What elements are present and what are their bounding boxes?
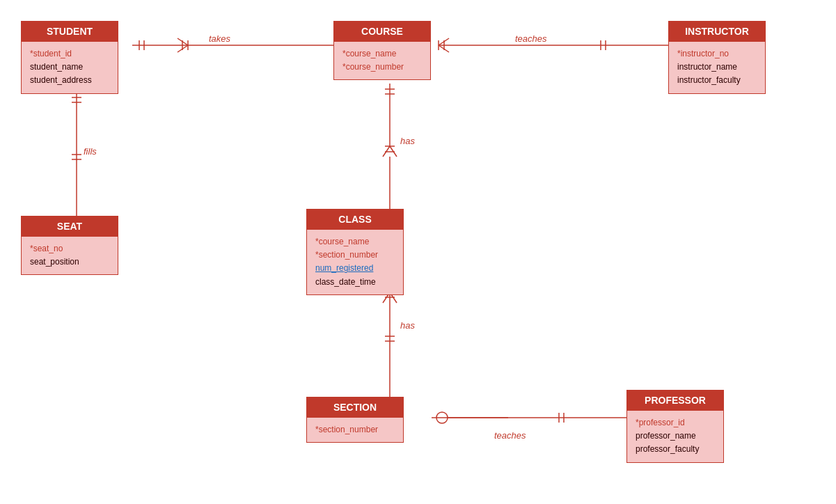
attr-student-name: student_name: [30, 61, 109, 74]
attr-professor-id: *professor_id: [636, 416, 715, 430]
entity-professor-body: *professor_id professor_name professor_f…: [626, 411, 724, 463]
entity-course: COURSE *course_name *course_number: [333, 21, 431, 80]
entity-instructor-header: INSTRUCTOR: [668, 21, 766, 42]
svg-point-39: [436, 412, 448, 423]
attr-course-name: *course_name: [342, 47, 422, 61]
entity-student: STUDENT *student_id student_name student…: [21, 21, 118, 94]
svg-line-9: [439, 38, 449, 45]
entity-professor-header: PROFESSOR: [626, 390, 724, 411]
rel-teaches-instructor: teaches: [515, 33, 547, 44]
entity-seat: SEAT *seat_no seat_position: [21, 216, 118, 275]
entity-class: CLASS *course_name *section_number num_r…: [306, 209, 404, 295]
attr-course-number: *course_number: [342, 61, 422, 74]
rel-takes: takes: [209, 33, 230, 44]
entity-student-body: *student_id student_name student_address: [21, 42, 118, 94]
entity-class-header: CLASS: [306, 209, 404, 230]
entity-seat-header: SEAT: [21, 216, 118, 237]
attr-instructor-name: instructor_name: [677, 61, 757, 74]
entity-instructor-body: *instructor_no instructor_name instructo…: [668, 42, 766, 94]
svg-line-10: [439, 45, 449, 52]
attr-student-id: *student_id: [30, 47, 109, 61]
attr-class-course-name: *course_name: [315, 235, 395, 249]
rel-has-course-class: has: [400, 136, 415, 146]
svg-line-25: [383, 146, 390, 157]
entity-section: SECTION *section_number: [306, 397, 404, 443]
svg-line-26: [390, 146, 397, 157]
rel-teaches-section: teaches: [494, 430, 526, 441]
entity-instructor: INSTRUCTOR *instructor_no instructor_nam…: [668, 21, 766, 94]
attr-student-address: student_address: [30, 74, 109, 87]
attr-class-section-number: *section_number: [315, 249, 395, 262]
entity-section-header: SECTION: [306, 397, 404, 418]
attr-instructor-faculty: instructor_faculty: [677, 74, 757, 87]
entity-course-body: *course_name *course_number: [333, 42, 431, 80]
rel-fills: fills: [84, 146, 97, 157]
entity-class-body: *course_name *section_number num_registe…: [306, 230, 404, 295]
attr-professor-faculty: professor_faculty: [636, 443, 715, 456]
entity-section-body: *section_number: [306, 418, 404, 443]
attr-section-number: *section_number: [315, 423, 395, 436]
svg-line-3: [178, 38, 188, 45]
attr-class-date-time: class_date_time: [315, 276, 395, 289]
attr-professor-name: professor_name: [636, 430, 715, 443]
attr-class-num-registered: num_registered: [315, 262, 395, 275]
entity-course-header: COURSE: [333, 21, 431, 42]
rel-has-class-section: has: [400, 320, 415, 331]
attr-instructor-no: *instructor_no: [677, 47, 757, 61]
entity-seat-body: *seat_no seat_position: [21, 237, 118, 275]
svg-line-4: [178, 45, 188, 52]
attr-seat-no: *seat_no: [30, 242, 109, 255]
attr-seat-position: seat_position: [30, 255, 109, 269]
entity-student-header: STUDENT: [21, 21, 118, 42]
entity-professor: PROFESSOR *professor_id professor_name p…: [626, 390, 724, 463]
diagram-container: takes teaches fills has has teaches STUD…: [0, 0, 836, 504]
